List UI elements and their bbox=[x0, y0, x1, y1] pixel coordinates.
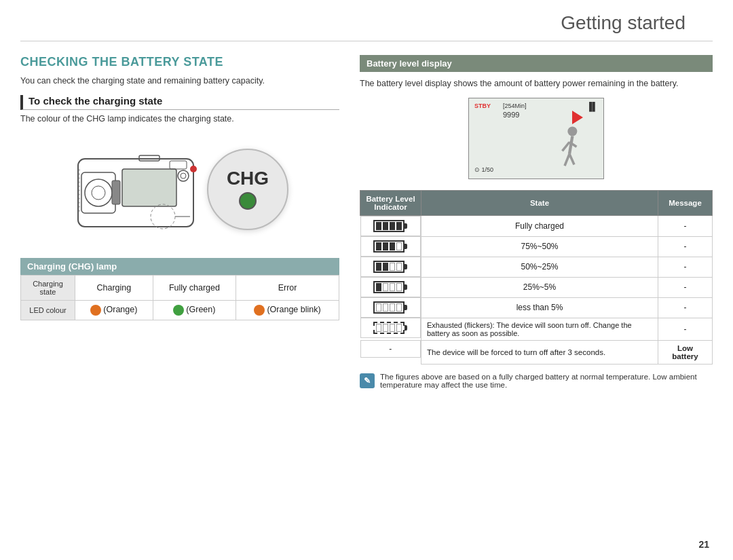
svg-point-5 bbox=[178, 170, 189, 181]
svg-point-2 bbox=[85, 179, 112, 206]
msg-50: - bbox=[658, 257, 713, 277]
svg-point-3 bbox=[92, 186, 105, 200]
battery-indicator-2bar bbox=[360, 257, 421, 277]
display-time: [254Min] bbox=[503, 102, 527, 109]
camera-svg bbox=[71, 132, 221, 247]
battery-level-header: Battery level display bbox=[360, 55, 713, 72]
svg-rect-9 bbox=[170, 161, 187, 169]
table-row: - The device will be forced to turn off … bbox=[360, 340, 713, 364]
display-stby: STBY bbox=[474, 102, 491, 109]
msg-low-battery: Low battery bbox=[658, 340, 713, 364]
state-75: 75%~50% bbox=[421, 236, 658, 257]
chg-lamp-circle: CHG bbox=[207, 149, 288, 230]
page-title: Getting started bbox=[20, 0, 713, 41]
svg-rect-4 bbox=[122, 169, 176, 206]
battery-indicator-none: - bbox=[360, 340, 421, 358]
state-full: Fully charged bbox=[421, 216, 658, 237]
led-orange-cell: (Orange) bbox=[75, 301, 153, 320]
led-green-icon bbox=[173, 305, 184, 316]
table-row: Chargingstate Charging Fully charged Err… bbox=[21, 276, 339, 301]
led-colour-label: LED colour bbox=[21, 301, 75, 320]
left-column: CHECKING THE BATTERY STATE You can check… bbox=[20, 55, 339, 389]
sub-section-title: To check the charging state bbox=[20, 95, 339, 110]
table-row: 50%~25% - bbox=[360, 257, 713, 277]
page-number: 21 bbox=[698, 539, 709, 550]
table-row: 75%~50% - bbox=[360, 236, 713, 257]
state-force-off: The device will be forced to turn off af… bbox=[421, 340, 658, 364]
charging-cell: Charging bbox=[75, 276, 153, 301]
note-icon: ✎ bbox=[360, 373, 375, 388]
charging-lamp-header: Charging (CHG) lamp bbox=[20, 258, 339, 275]
battery-icon-0bar bbox=[373, 301, 407, 314]
display-battery-icon: ▐▌ bbox=[586, 102, 598, 111]
fully-charged-cell: Fully charged bbox=[153, 276, 236, 301]
svg-line-16 bbox=[563, 142, 570, 151]
battery-indicator-flicker bbox=[360, 318, 421, 338]
svg-line-18 bbox=[565, 154, 569, 166]
chg-text-label: CHG bbox=[227, 169, 269, 188]
section-desc: You can check the charging state and rem… bbox=[20, 76, 339, 86]
table-row: less than 5% - bbox=[360, 297, 713, 318]
battery-indicator-full bbox=[360, 216, 421, 236]
led-green-cell: (Green) bbox=[153, 301, 236, 320]
chg-dot-green bbox=[239, 192, 257, 210]
msg-5: - bbox=[658, 297, 713, 318]
svg-point-6 bbox=[181, 173, 186, 179]
state-exhaust: Exhausted (flickers): The device will so… bbox=[421, 318, 658, 340]
chg-table: Chargingstate Charging Fully charged Err… bbox=[20, 275, 339, 320]
battery-icon-1bar bbox=[373, 281, 407, 293]
charging-state-label: Chargingstate bbox=[21, 276, 75, 301]
state-5: less than 5% bbox=[421, 297, 658, 318]
battery-level-table: Battery Level Indicator State Message bbox=[360, 190, 713, 365]
svg-point-14 bbox=[567, 127, 577, 136]
msg-75: - bbox=[658, 236, 713, 257]
display-shutter: ⊙ 1/50 bbox=[474, 166, 493, 173]
display-count: 9999 bbox=[503, 111, 519, 119]
battery-icon-2bar bbox=[373, 261, 407, 273]
indicator-header: Battery Level Indicator bbox=[360, 191, 421, 216]
camera-display-mockup: STBY [254Min] ▐▌ 9999 ⊙ 1/50 bbox=[468, 98, 604, 179]
table-header-row: Battery Level Indicator State Message bbox=[360, 191, 713, 216]
sub-desc: The colour of the CHG lamp indicates the… bbox=[20, 114, 339, 124]
battery-icon-full bbox=[373, 220, 407, 232]
state-50: 50%~25% bbox=[421, 257, 658, 277]
note-area: ✎ The figures above are based on a fully… bbox=[360, 373, 713, 389]
table-row: Fully charged - bbox=[360, 216, 713, 237]
battery-desc: The battery level display shows the amou… bbox=[360, 79, 713, 88]
red-arrow-icon bbox=[572, 111, 583, 124]
battery-indicator-1bar bbox=[360, 277, 421, 297]
battery-indicator-0bar bbox=[360, 297, 421, 318]
led-blink-cell: (Orange blink) bbox=[236, 301, 339, 320]
battery-icon-3bar bbox=[373, 240, 407, 253]
msg-25: - bbox=[658, 277, 713, 297]
msg-full: - bbox=[658, 216, 713, 237]
battery-indicator-3bar bbox=[360, 236, 421, 257]
state-25: 25%~5% bbox=[421, 277, 658, 297]
right-column: Battery level display The battery level … bbox=[360, 55, 713, 389]
error-cell: Error bbox=[236, 276, 339, 301]
svg-line-19 bbox=[569, 154, 574, 165]
silhouette-svg bbox=[549, 124, 590, 172]
battery-flicker-icon bbox=[373, 322, 407, 334]
led-orange-blink-icon bbox=[254, 305, 265, 316]
section-title: CHECKING THE BATTERY STATE bbox=[20, 55, 339, 69]
message-header: Message bbox=[658, 191, 713, 216]
camera-illustration: CHG bbox=[20, 132, 339, 247]
led-orange-icon bbox=[90, 305, 101, 316]
svg-rect-1 bbox=[81, 172, 115, 213]
table-row: 25%~5% - bbox=[360, 277, 713, 297]
table-row: Exhausted (flickers): The device will so… bbox=[360, 318, 713, 340]
msg-exhaust: - bbox=[658, 318, 713, 340]
table-row-led: LED colour (Orange) (Green) (Orange blin… bbox=[21, 301, 339, 320]
svg-point-11 bbox=[190, 166, 197, 172]
state-header: State bbox=[421, 191, 658, 216]
note-text: The figures above are based on a fully c… bbox=[380, 373, 713, 389]
svg-point-12 bbox=[151, 204, 175, 229]
svg-rect-10 bbox=[112, 181, 120, 204]
